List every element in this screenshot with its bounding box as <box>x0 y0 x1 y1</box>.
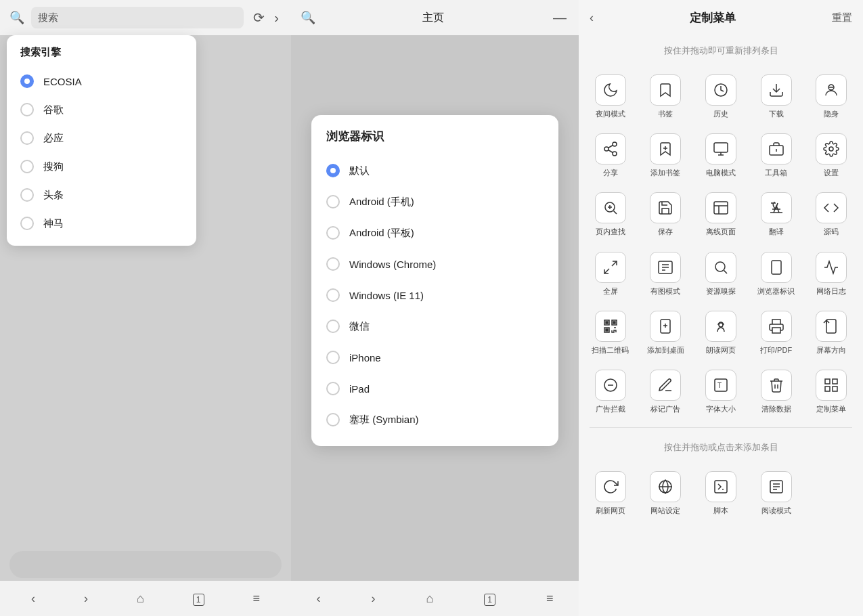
icon-item-incognito[interactable]: 隐身 <box>805 68 858 124</box>
fullscreen-label: 全屏 <box>603 287 618 296</box>
search-input[interactable]: 搜索 <box>31 7 244 28</box>
icon-item-bookmark[interactable]: 书签 <box>640 68 692 124</box>
ua-option-default[interactable]: 默认 <box>311 155 558 186</box>
icon-item-offline[interactable]: 离线页面 <box>694 185 747 242</box>
icon-item-font[interactable]: T 字体大小 <box>694 363 747 419</box>
svg-rect-51 <box>833 379 837 384</box>
ua-option-wechat[interactable]: 微信 <box>311 311 558 342</box>
icon-item-resource[interactable]: 资源嗅探 <box>694 245 747 301</box>
icon-item-print[interactable]: 打印/PDF <box>750 304 803 360</box>
middle-home-btn[interactable]: ⌂ <box>422 588 437 610</box>
svg-rect-19 <box>714 202 728 214</box>
ua-option-android-tablet[interactable]: Android (平板) <box>311 217 558 248</box>
bookmark-icon <box>650 74 681 106</box>
ua-option-windows-ie[interactable]: Windows (IE 11) <box>311 280 558 311</box>
middle-tabs-btn[interactable]: 1 <box>480 588 500 610</box>
engine-option-shenma[interactable]: 神马 <box>7 209 196 238</box>
left-tabs-btn[interactable]: 1 <box>189 588 208 610</box>
left-home-btn[interactable]: ⌂ <box>133 588 148 610</box>
refresh-icon-btn[interactable]: ⟳ <box>250 7 267 28</box>
radio-ua-windows-ie <box>326 288 340 302</box>
desktop-add-icon <box>650 311 681 342</box>
icon-item-desktop[interactable]: 电脑模式 <box>694 127 747 183</box>
icon-item-source[interactable]: 源码 <box>805 185 858 242</box>
icon-item-settings[interactable]: 设置 <box>805 127 858 183</box>
script-icon <box>705 471 736 502</box>
engine-option-sogou[interactable]: 搜狗 <box>7 152 196 181</box>
radio-toutiao <box>20 188 34 202</box>
icon-item-ua[interactable]: 浏览器标识 <box>750 245 803 301</box>
svg-point-3 <box>604 147 608 151</box>
icon-item-translate[interactable]: 翻译 <box>750 185 803 242</box>
icon-item-desktop-add[interactable]: 添加到桌面 <box>640 304 692 360</box>
icon-item-save[interactable]: 保存 <box>640 185 692 242</box>
forward-nav-btn[interactable]: › <box>271 7 282 28</box>
icon-item-clear[interactable]: 清除数据 <box>750 363 803 419</box>
search-button[interactable]: 🔍 <box>9 10 24 25</box>
engine-option-toutiao[interactable]: 头条 <box>7 181 196 209</box>
right-back-btn[interactable]: ‹ <box>590 11 594 25</box>
bookmark-label: 书签 <box>658 110 673 118</box>
middle-minimize-btn[interactable]: — <box>550 7 569 28</box>
svg-line-5 <box>608 150 613 153</box>
engine-option-ecosia[interactable]: ECOSIA <box>7 67 196 95</box>
ua-option-symbian[interactable]: 塞班 (Symbian) <box>311 404 558 435</box>
hint-top: 按住并拖动即可重新排列条目 <box>579 35 863 64</box>
icon-item-fullscreen[interactable]: 全屏 <box>584 245 637 301</box>
icon-item-refresh[interactable]: 刷新网页 <box>584 464 637 521</box>
icon-item-toolbox[interactable]: 工具箱 <box>750 127 803 183</box>
reader-label: 有图模式 <box>650 287 680 296</box>
svg-line-6 <box>608 146 613 148</box>
svg-rect-30 <box>772 261 781 274</box>
icon-item-qr[interactable]: 扫描二维码 <box>584 304 637 360</box>
svg-point-4 <box>613 152 617 156</box>
radio-ua-android-phone <box>326 195 340 208</box>
engine-option-bing[interactable]: 必应 <box>7 124 196 152</box>
adblock-label: 广告拦截 <box>596 405 625 414</box>
middle-menu-btn[interactable]: ≡ <box>542 588 558 610</box>
ua-label-wechat: 微信 <box>349 320 370 333</box>
ua-option-iphone[interactable]: iPhone <box>311 342 558 373</box>
share-label: 分享 <box>603 169 618 177</box>
fullscreen-icon <box>595 252 626 283</box>
engine-option-google[interactable]: 谷歌 <box>7 95 196 124</box>
icon-item-download[interactable]: 下载 <box>750 68 803 124</box>
icon-item-netlog[interactable]: 网络日志 <box>805 245 858 301</box>
ua-option-ipad[interactable]: iPad <box>311 373 558 404</box>
icon-item-adblock[interactable]: 广告拦截 <box>584 363 637 419</box>
middle-forward-btn[interactable]: › <box>367 588 379 610</box>
left-menu-btn[interactable]: ≡ <box>248 588 264 610</box>
font-label: 字体大小 <box>706 405 736 414</box>
source-icon <box>816 192 847 223</box>
icon-item-find[interactable]: 页内查找 <box>584 185 637 242</box>
icon-item-add-bookmark[interactable]: 添加书签 <box>640 127 692 183</box>
ua-option-windows-chrome[interactable]: Windows (Chrome) <box>311 248 558 280</box>
ua-label-windows-chrome: Windows (Chrome) <box>349 259 436 270</box>
left-back-btn[interactable]: ‹ <box>27 588 39 610</box>
icon-item-read-aloud[interactable]: 朗读网页 <box>694 304 747 360</box>
icon-item-reading-mode[interactable]: 阅读模式 <box>750 464 803 521</box>
icon-item-rotate[interactable]: 屏幕方向 <box>805 304 858 360</box>
middle-search-btn[interactable]: 🔍 <box>301 10 315 25</box>
ua-option-android-phone[interactable]: Android (手机) <box>311 186 558 217</box>
icon-item-history[interactable]: 历史 <box>694 68 747 124</box>
middle-back-btn[interactable]: ‹ <box>312 588 324 610</box>
divider <box>590 427 852 428</box>
icon-item-customize[interactable]: 定制菜单 <box>805 363 858 419</box>
icon-item-script[interactable]: 脚本 <box>694 464 747 521</box>
ua-label-iphone: iPhone <box>349 352 381 364</box>
engine-label-toutiao: 头条 <box>43 189 64 202</box>
icon-item-night[interactable]: 夜间模式 <box>584 68 637 124</box>
reading-mode-icon <box>761 471 792 502</box>
icon-item-share[interactable]: 分享 <box>584 127 637 183</box>
reader-icon <box>650 252 681 283</box>
bottom-search-bar[interactable] <box>9 551 282 578</box>
icon-item-site-settings[interactable]: 网站设定 <box>640 464 692 521</box>
svg-point-43 <box>719 323 723 327</box>
right-reset-btn[interactable]: 重置 <box>832 12 852 24</box>
right-panel: ‹ 定制菜单 重置 按住并拖动即可重新排列条目 夜间模式 书签 历史 <box>579 0 863 616</box>
icon-item-reader[interactable]: 有图模式 <box>640 245 692 301</box>
left-forward-btn[interactable]: › <box>80 588 92 610</box>
icon-item-mark-ad[interactable]: 标记广告 <box>640 363 692 419</box>
svg-text:T: T <box>717 382 722 389</box>
